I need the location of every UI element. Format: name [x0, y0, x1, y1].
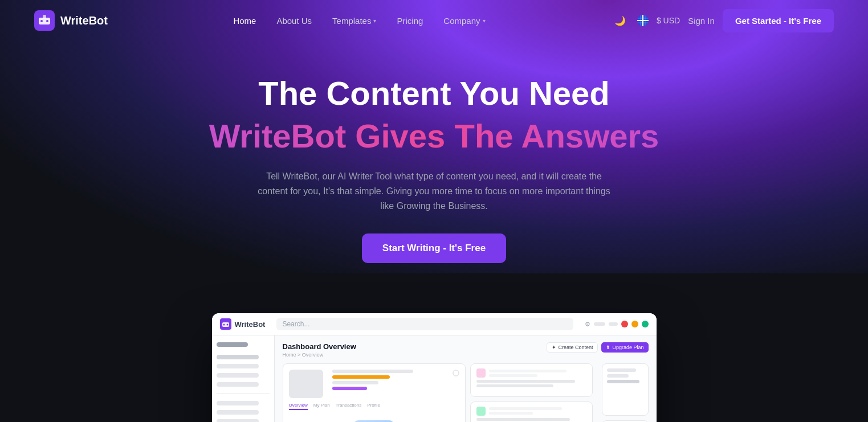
card-line-2	[332, 381, 379, 384]
dark-mode-toggle[interactable]: 🌙	[611, 11, 629, 30]
upgrade-plan-button: ⬆ Upgrade Plan	[601, 342, 648, 353]
svg-point-9	[226, 324, 228, 326]
pink-indicator	[476, 368, 486, 378]
hero-title-line1: The Content You Need	[11, 75, 857, 112]
dashboard-sidebar	[212, 335, 275, 422]
sidebar-divider	[217, 394, 270, 394]
card-status-icon	[453, 370, 459, 376]
sidebar-item-3	[217, 373, 259, 378]
dashboard-search: Search...	[276, 318, 573, 330]
get-started-button[interactable]: Get Started - It's Free	[723, 9, 834, 32]
main-content-card: Overview My Plan Transactions Profile	[283, 363, 466, 422]
nav-pricing[interactable]: Pricing	[389, 11, 431, 30]
dashboard-main-content: Dashboard Overview Home > Overview ✦ Cre…	[275, 335, 657, 422]
templates-chevron-icon: ▾	[373, 18, 376, 24]
sidebar-item-1	[217, 355, 259, 359]
card-image-placeholder	[289, 370, 323, 398]
close-window-icon	[621, 321, 628, 327]
upgrade-icon: ⬆	[606, 345, 610, 350]
card-line-3	[332, 387, 367, 390]
plus-icon: ✦	[552, 345, 556, 350]
nav-right-controls: 🌙 $ USD Sign In Get Started - It's Free	[611, 9, 834, 32]
dashboard-header-buttons: ✦ Create Content ⬆ Upgrade Plan	[547, 342, 648, 353]
tab-my-plan: My Plan	[313, 403, 330, 410]
card-line-progress	[332, 375, 390, 379]
dash-logo-icon	[220, 318, 231, 330]
maximize-window-icon	[642, 321, 649, 327]
mini-card-1-body	[476, 380, 586, 387]
window-controls: ⚙	[585, 321, 649, 328]
stats-bar-1	[607, 368, 636, 372]
start-writing-button[interactable]: Start Writing - It's Free	[362, 233, 506, 263]
nav-menu: Home About Us Templates ▾ Pricing Compan…	[225, 11, 493, 30]
tab-overview: Overview	[289, 403, 308, 410]
dashboard-preview: WriteBot Search... ⚙	[212, 313, 657, 422]
illustration-area	[289, 415, 460, 422]
dashboard-main-header: Dashboard Overview Home > Overview ✦ Cre…	[283, 342, 649, 358]
tab-profile: Profile	[367, 403, 380, 410]
hero-subtitle: Tell WriteBot, our AI Writer Tool what t…	[252, 169, 617, 213]
mini-card-1-lines	[489, 370, 586, 377]
gear-icon: ⚙	[585, 321, 590, 328]
sidebar-item-5	[217, 401, 259, 405]
mini-card-2-body	[476, 418, 586, 423]
mini-cards-column	[470, 363, 592, 422]
writebot-logo-icon	[34, 10, 55, 31]
card-content-lines	[332, 370, 449, 398]
sign-in-button[interactable]: Sign In	[688, 16, 715, 26]
nav-home[interactable]: Home	[225, 11, 264, 30]
svg-point-8	[223, 324, 225, 326]
card-line-1	[332, 370, 414, 373]
teal-indicator	[476, 407, 486, 416]
stats-bar-3	[607, 380, 640, 383]
dashboard-cards: Overview My Plan Transactions Profile	[283, 363, 649, 422]
minimize-window-icon	[631, 321, 638, 327]
stats-bar-2	[607, 374, 629, 378]
dashboard-titlebar: WriteBot Search... ⚙	[212, 313, 657, 335]
mini-card-1-header	[476, 368, 586, 378]
dashboard-title-area: Dashboard Overview Home > Overview	[283, 342, 356, 358]
sidebar-item-6	[217, 410, 259, 415]
nav-about[interactable]: About Us	[268, 11, 320, 30]
right-chart-column	[597, 363, 649, 422]
dashboard-breadcrumb: Home > Overview	[283, 352, 356, 358]
nav-company[interactable]: Company ▾	[435, 11, 493, 30]
mini-card-2-header	[476, 407, 586, 416]
dash-logo: WriteBot	[220, 318, 266, 330]
language-flag-icon	[637, 15, 649, 26]
svg-rect-4	[43, 15, 46, 19]
content-tabs: Overview My Plan Transactions Profile	[289, 403, 460, 410]
sidebar-item-4	[217, 382, 259, 387]
hero-section: The Content You Need WriteBot Gives The …	[0, 41, 868, 286]
stats-card	[602, 363, 649, 416]
progress-bar-2	[609, 322, 618, 326]
company-chevron-icon: ▾	[483, 18, 486, 24]
svg-point-2	[40, 20, 43, 22]
tab-transactions: Transactions	[336, 403, 362, 410]
svg-point-3	[46, 20, 48, 22]
sidebar-brand-placeholder	[217, 342, 248, 347]
dashboard-body: Dashboard Overview Home > Overview ✦ Cre…	[212, 335, 657, 422]
sidebar-item-7	[217, 419, 259, 422]
mini-card-2-lines	[489, 407, 586, 415]
navbar: WriteBot Home About Us Templates ▾ Prici…	[0, 0, 868, 41]
progress-bar	[594, 322, 605, 326]
dashboard-title: Dashboard Overview	[283, 342, 356, 351]
brand-logo[interactable]: WriteBot	[34, 10, 108, 31]
mini-card-2	[470, 401, 592, 423]
currency-selector[interactable]: $ USD	[657, 16, 680, 25]
brand-name: WriteBot	[60, 14, 108, 27]
nav-templates[interactable]: Templates ▾	[324, 11, 384, 30]
hero-title-line2: WriteBot Gives The Answers	[11, 116, 857, 156]
mini-card-1	[470, 363, 592, 396]
sidebar-item-2	[217, 364, 259, 368]
create-content-button: ✦ Create Content	[547, 342, 598, 353]
